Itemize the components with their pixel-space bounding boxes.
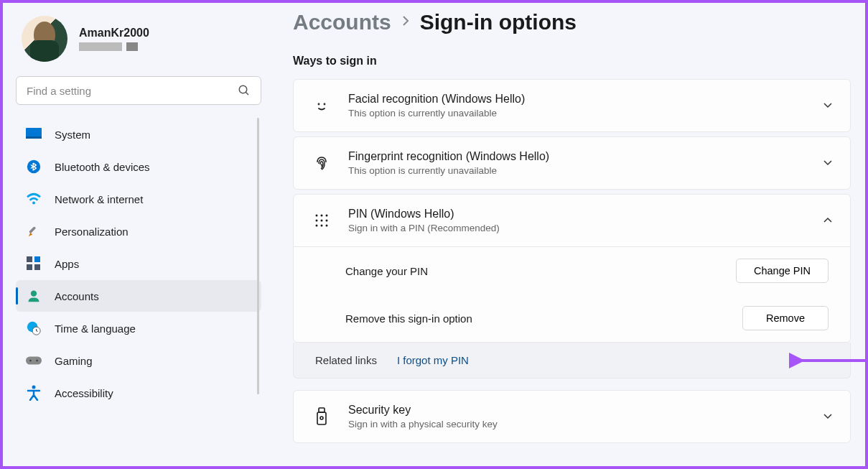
settings-app: AmanKr2000 System Bluetooth & devices (3, 3, 865, 466)
sidebar-item-label: Gaming (55, 355, 93, 367)
svg-point-24 (321, 220, 323, 222)
nav-list: System Bluetooth & devices Network & int… (16, 119, 261, 409)
main-content: Accounts Sign-in options Ways to sign in… (274, 3, 865, 466)
svg-point-21 (321, 215, 323, 217)
search-icon (238, 84, 251, 97)
svg-point-25 (326, 220, 328, 222)
svg-point-26 (316, 225, 318, 227)
sidebar-item-label: Time & language (55, 322, 136, 335)
sidebar-scrollbar[interactable] (257, 118, 259, 394)
search-box[interactable] (16, 76, 261, 105)
svg-point-20 (316, 215, 318, 217)
sidebar: AmanKr2000 System Bluetooth & devices (3, 3, 274, 466)
svg-line-1 (246, 92, 248, 95)
sidebar-item-label: Personalization (55, 226, 129, 238)
svg-point-18 (319, 104, 319, 105)
svg-point-5 (32, 201, 35, 204)
globe-clock-icon (26, 320, 42, 336)
card-subtitle: This option is currently unavailable (348, 108, 823, 119)
svg-point-19 (325, 104, 325, 105)
svg-rect-8 (34, 256, 40, 262)
sidebar-item-accessibility[interactable]: Accessibility (16, 377, 261, 409)
card-pin: PIN (Windows Hello) Sign in with a PIN (… (293, 194, 851, 343)
sidebar-item-time[interactable]: Time & language (16, 312, 261, 344)
fingerprint-icon (311, 154, 332, 172)
svg-rect-10 (34, 264, 40, 270)
card-title: Fingerprint recognition (Windows Hello) (348, 150, 823, 163)
user-subinfo (79, 42, 149, 51)
card-subtitle: Sign in with a physical security key (348, 419, 823, 429)
sidebar-item-label: Accounts (55, 290, 99, 302)
svg-point-28 (326, 225, 328, 227)
apps-icon (26, 256, 42, 271)
sidebar-item-label: Bluetooth & devices (55, 161, 150, 173)
card-security-key[interactable]: Security key Sign in with a physical sec… (293, 390, 851, 443)
related-links-row: Related links I forgot my PIN (293, 343, 851, 379)
card-pin-header[interactable]: PIN (Windows Hello) Sign in with a PIN (… (294, 195, 850, 246)
row-remove-pin: Remove this sign-in option Remove (294, 294, 850, 342)
svg-point-22 (326, 215, 328, 217)
sidebar-item-network[interactable]: Network & internet (16, 183, 261, 215)
sidebar-item-label: Apps (55, 258, 79, 270)
face-icon (311, 97, 332, 114)
chevron-right-icon (401, 15, 410, 29)
svg-point-32 (320, 417, 323, 419)
svg-rect-30 (319, 408, 325, 412)
paintbrush-icon (26, 223, 42, 239)
display-icon (26, 126, 42, 142)
sidebar-item-bluetooth[interactable]: Bluetooth & devices (16, 151, 261, 182)
card-fingerprint[interactable]: Fingerprint recognition (Windows Hello) … (293, 136, 851, 190)
row-change-pin: Change your PIN Change PIN (294, 247, 850, 294)
svg-rect-3 (26, 136, 42, 139)
page-title: Sign-in options (420, 10, 577, 34)
card-subtitle: Sign in with a PIN (Recommended) (348, 223, 823, 233)
svg-rect-14 (26, 357, 42, 365)
person-icon (26, 288, 42, 304)
card-subtitle: This option is currently unavailable (348, 165, 823, 176)
card-title: Facial recognition (Windows Hello) (348, 93, 823, 106)
chevron-down-icon (823, 99, 833, 112)
remove-pin-button[interactable]: Remove (742, 306, 829, 330)
svg-rect-7 (27, 256, 32, 262)
usb-key-icon (311, 407, 332, 426)
svg-rect-31 (317, 412, 326, 424)
section-heading: Ways to sign in (293, 55, 851, 68)
svg-point-23 (316, 220, 318, 222)
card-pin-body: Change your PIN Change PIN Remove this s… (294, 246, 850, 342)
svg-point-0 (239, 85, 247, 93)
sidebar-item-system[interactable]: System (16, 119, 261, 150)
card-title: PIN (Windows Hello) (348, 208, 823, 220)
card-facial-recognition[interactable]: Facial recognition (Windows Hello) This … (293, 79, 851, 132)
chevron-down-icon (823, 157, 833, 170)
avatar (22, 16, 67, 62)
sidebar-item-label: System (55, 129, 90, 141)
svg-point-27 (321, 225, 323, 227)
svg-point-15 (29, 360, 32, 362)
username: AmanKr2000 (79, 27, 149, 40)
svg-point-16 (36, 360, 38, 362)
annotation-arrow-icon (789, 352, 865, 369)
forgot-pin-link[interactable]: I forgot my PIN (397, 354, 469, 366)
change-pin-button[interactable]: Change PIN (736, 259, 829, 283)
related-label: Related links (315, 354, 377, 366)
breadcrumb-parent[interactable]: Accounts (293, 10, 391, 34)
sidebar-item-accounts[interactable]: Accounts (16, 280, 261, 312)
gamepad-icon (26, 353, 42, 368)
svg-rect-6 (29, 226, 36, 233)
option-label: Change your PIN (345, 265, 428, 277)
breadcrumb: Accounts Sign-in options (293, 10, 851, 34)
bluetooth-icon (26, 159, 42, 175)
svg-point-17 (32, 386, 36, 389)
sidebar-item-gaming[interactable]: Gaming (16, 345, 261, 376)
sidebar-item-personalization[interactable]: Personalization (16, 215, 261, 247)
sidebar-item-apps[interactable]: Apps (16, 248, 261, 279)
chevron-up-icon (823, 214, 833, 227)
search-input[interactable] (27, 85, 238, 97)
wifi-icon (26, 191, 42, 207)
sidebar-item-label: Network & internet (55, 193, 143, 205)
sidebar-item-label: Accessibility (55, 387, 113, 399)
profile-block[interactable]: AmanKr2000 (22, 16, 261, 62)
svg-point-11 (31, 291, 37, 297)
accessibility-icon (26, 385, 42, 401)
chevron-down-icon (823, 410, 833, 423)
